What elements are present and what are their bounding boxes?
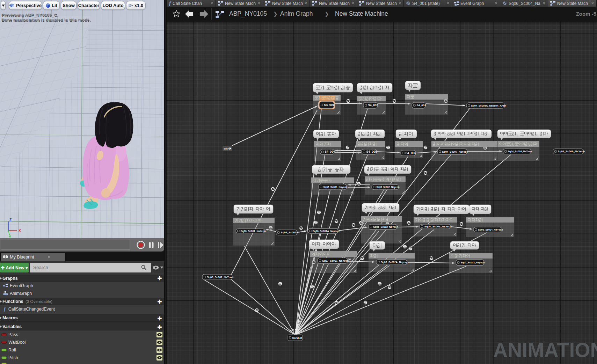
svg-text:Sq05_Sc001_Nayeon: Sq05_Sc001_Nayeon — [323, 186, 348, 189]
svg-text:Sq08_Sc007_NaYeon: Sq08_Sc007_NaYeon — [207, 276, 234, 279]
svg-text:Sq04_Sc009_NaYeon: Sq04_Sc009_NaYeon — [558, 150, 585, 153]
svg-text:Sq06_Sc001A_Nayeon: Sq06_Sc001A_Nayeon — [313, 230, 340, 233]
svg-text:Z: Z — [9, 218, 12, 222]
svg-text:Conduit: Conduit — [292, 336, 302, 340]
svg-text:S4_006: S4_006 — [406, 151, 416, 155]
svg-text:Y: Y — [9, 235, 11, 238]
svg-text:ANIMATION: ANIMATION — [493, 339, 597, 361]
svg-text:Sq06_Sc001B: Sq06_Sc001B — [281, 231, 299, 234]
svg-text:S4_004: S4_004 — [325, 150, 335, 153]
svg-text:S4_003: S4_003 — [417, 104, 427, 107]
svg-text:Sq06_Sc001_NaYeon: Sq06_Sc001_NaYeon — [241, 230, 266, 233]
svg-text:Sq06_Sc003_NaYeon: Sq06_Sc003_NaYeon — [424, 225, 452, 228]
svg-text:Sq05_Sc002_Nayeon: Sq05_Sc002_Nayeon — [377, 186, 400, 189]
svg-text:Sq07_Sc001_NaYeon: Sq07_Sc001_NaYeon — [322, 259, 349, 262]
svg-text:S4_002: S4_002 — [368, 103, 378, 107]
svg-text:Entry: Entry — [224, 147, 230, 150]
svg-text:X: X — [19, 229, 21, 233]
svg-text:S4_001: S4_001 — [324, 103, 335, 107]
svg-text:Sq04_Sc008_NaYeon: Sq04_Sc008_NaYeon — [508, 150, 532, 153]
svg-text:Sq07_Sc002A_Nayeon: Sq07_Sc002A_Nayeon — [381, 261, 408, 264]
svg-text:Sq04_Sc003A_Nayeon_Anim: Sq04_Sc003A_Nayeon_Anim — [471, 104, 507, 107]
svg-text:Sq04_Sc007_NaYeon: Sq04_Sc007_NaYeon — [442, 150, 468, 153]
svg-text:Sq07_Sc003_Nayeon: Sq07_Sc003_Nayeon — [461, 261, 485, 264]
svg-text:Sq06_Sc002_NaYeon: Sq06_Sc002_NaYeon — [373, 226, 398, 228]
svg-text:S4_005: S4_005 — [366, 150, 377, 153]
svg-text:Sq06_Sc004_NaYeon: Sq06_Sc004_NaYeon — [478, 228, 503, 231]
